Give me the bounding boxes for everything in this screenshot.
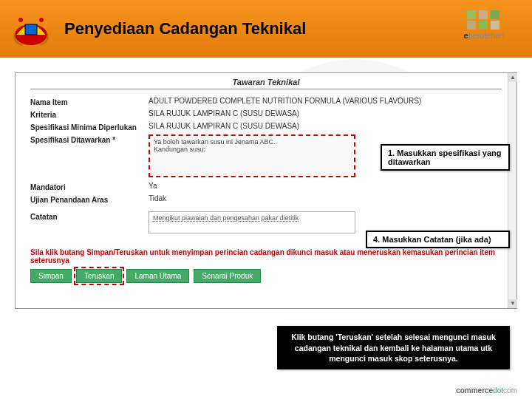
label-kriteria: Kriteria <box>30 109 149 119</box>
page-title: Penyediaan Cadangan Teknikal <box>64 19 306 38</box>
value-nama-item: ADULT POWDERED COMPLETE NUTRITION FORMUL… <box>149 97 502 105</box>
label-mandatori: Mandatori <box>30 182 149 191</box>
svg-rect-1 <box>25 24 37 35</box>
label-catatan: Catatan <box>30 211 149 221</box>
catatan-textarea[interactable]: Mengikut piawaian dan pengesahan pakar d… <box>149 211 355 233</box>
teruskan-button[interactable]: Teruskan <box>76 269 123 283</box>
callout-instruction: Klik butang 'Teruskan' setelah selesai m… <box>277 326 510 369</box>
row-spes-min: Spesifikasi Minima Diperlukan SILA RUJUK… <box>30 122 502 132</box>
label-nama-item: Nama Item <box>30 97 149 106</box>
form-panel: Tawaran Teknikal Nama Item ADULT POWDERE… <box>15 72 517 309</box>
value-kriteria: SILA RUJUK LAMPIRAN C (SUSU DEWASA) <box>149 109 502 117</box>
section-title: Tawaran Teknikal <box>30 73 502 89</box>
laman-utama-button[interactable]: Laman Utama <box>126 269 189 283</box>
scroll-down-icon[interactable]: ▼ <box>508 299 517 308</box>
simpan-button[interactable]: Simpan <box>30 269 72 283</box>
footer-brand: commercedotcom <box>456 386 517 395</box>
value-spes-min: SILA RUJUK LAMPIRAN C (SUSU DEWASA) <box>149 122 502 130</box>
row-mandatori: Mandatori Ya <box>30 182 502 191</box>
crest-emblem <box>9 7 53 51</box>
svg-point-3 <box>39 18 44 22</box>
senarai-produk-button[interactable]: Senarai Produk <box>194 269 261 283</box>
value-mandatori: Ya <box>149 182 502 190</box>
scroll-up-icon[interactable]: ▲ <box>508 73 517 82</box>
svg-point-2 <box>18 18 23 22</box>
callout-step-4: 4. Masukkan Catatan (jika ada) <box>366 231 510 248</box>
label-spes-min: Spesifikasi Minima Diperlukan <box>30 122 149 132</box>
row-ujian: Ujian Penandaan Aras Tidak <box>30 194 502 204</box>
button-bar: Simpan Teruskan Laman Utama Senarai Prod… <box>16 266 516 290</box>
label-spes-offer: Spesifikasi Ditawarkan * <box>30 134 149 144</box>
row-nama-item: Nama Item ADULT POWDERED COMPLETE NUTRIT… <box>30 97 502 106</box>
brand-logo: eperolehan <box>451 10 517 40</box>
app-header: Penyediaan Cadangan Teknikal eperolehan <box>0 0 532 58</box>
label-ujian: Ujian Penandaan Aras <box>30 194 149 204</box>
callout-step-1: 1. Masukkan spesifikasi yang ditawarkan <box>381 144 510 171</box>
scrollbar-vertical[interactable]: ▲ ▼ <box>508 73 516 308</box>
value-ujian: Tidak <box>149 194 502 202</box>
row-kriteria: Kriteria SILA RUJUK LAMPIRAN C (SUSU DEW… <box>30 109 502 119</box>
spesifikasi-textarea[interactable]: Ya boleh tawarkan susu ini Jenama ABC. K… <box>149 134 355 177</box>
